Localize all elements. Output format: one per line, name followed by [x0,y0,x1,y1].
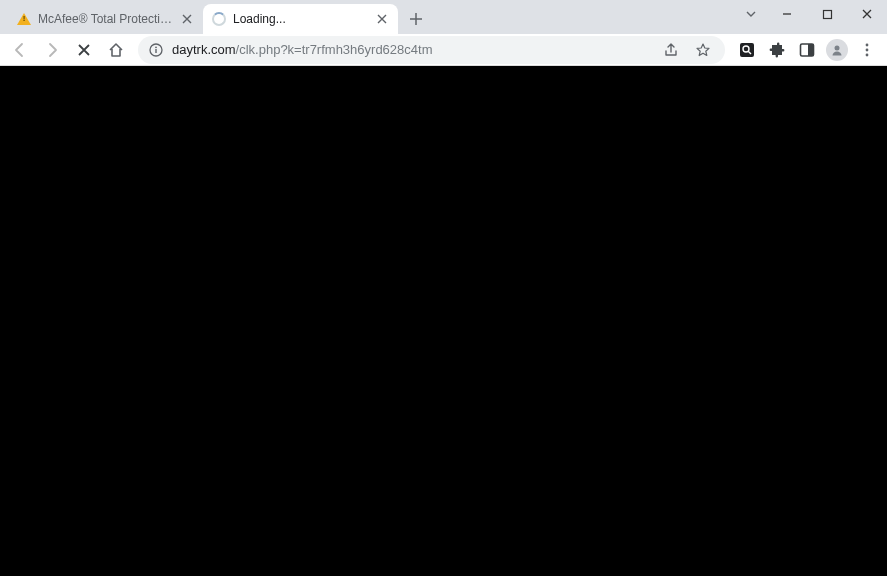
close-window-button[interactable] [847,0,887,28]
tab-title: McAfee® Total Protection [38,12,173,26]
svg-point-11 [866,53,869,56]
tab-loading[interactable]: Loading... [203,4,398,34]
warning-icon [16,11,32,27]
minimize-button[interactable] [767,0,807,28]
back-button[interactable] [6,36,34,64]
loading-spinner-icon [211,11,227,27]
maximize-button[interactable] [807,0,847,28]
svg-point-9 [866,43,869,46]
svg-point-10 [866,48,869,51]
url-text: daytrk.com/clk.php?k=tr7rfmh3h6yrd628c4t… [172,42,651,57]
url-domain: daytrk.com [172,42,236,57]
forward-button[interactable] [38,36,66,64]
tabstrip: McAfee® Total Protection Loading... [8,0,735,34]
window-controls [735,0,887,34]
extensions-puzzle-icon[interactable] [763,36,791,64]
tab-mcafee[interactable]: McAfee® Total Protection [8,4,203,34]
profile-avatar[interactable] [823,36,851,64]
side-panel-icon[interactable] [793,36,821,64]
new-tab-button[interactable] [402,5,430,33]
menu-kebab-icon[interactable] [853,36,881,64]
svg-rect-4 [740,43,754,57]
url-path: /clk.php?k=tr7rfmh3h6yrd628c4tm [236,42,433,57]
svg-point-2 [155,46,157,48]
close-icon[interactable] [179,11,195,27]
svg-point-8 [835,45,840,50]
tab-title: Loading... [233,12,368,26]
close-icon[interactable] [374,11,390,27]
extension-search-icon[interactable] [733,36,761,64]
chevron-down-icon[interactable] [735,0,767,28]
titlebar: McAfee® Total Protection Loading... [0,0,887,34]
page-content [0,66,887,576]
stop-reload-button[interactable] [70,36,98,64]
home-button[interactable] [102,36,130,64]
share-icon[interactable] [659,38,683,62]
address-bar[interactable]: daytrk.com/clk.php?k=tr7rfmh3h6yrd628c4t… [138,36,725,64]
toolbar: daytrk.com/clk.php?k=tr7rfmh3h6yrd628c4t… [0,34,887,66]
bookmark-star-icon[interactable] [691,38,715,62]
svg-rect-7 [808,44,814,56]
site-info-icon[interactable] [148,42,164,58]
svg-rect-0 [823,10,831,18]
toolbar-right-icons [733,36,881,64]
svg-rect-3 [155,49,156,53]
